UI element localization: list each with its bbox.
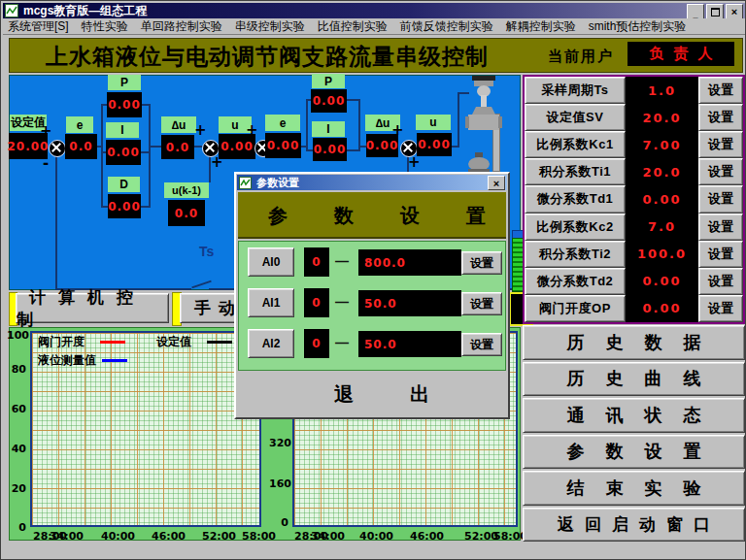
- e1-value: 0.0: [65, 134, 97, 159]
- u2-label: u: [416, 115, 451, 130]
- history-curve-button[interactable]: 历史曲线: [523, 362, 745, 397]
- d1-value: 0.00: [108, 194, 141, 218]
- y-tick: 0: [269, 516, 288, 529]
- set-button[interactable]: 设置: [698, 185, 743, 213]
- menu-cascade[interactable]: 串级控制实验: [235, 18, 305, 35]
- menu-decoupling[interactable]: 解耦控制实验: [506, 18, 576, 35]
- wire: [149, 104, 151, 208]
- menu-bar: 系统管理[S] 特性实验 单回路控制实验 串级控制实验 比值控制实验 前馈反馈控…: [3, 18, 745, 34]
- close-button[interactable]: ×: [726, 4, 743, 19]
- ai2-label-button[interactable]: AI2: [248, 329, 294, 358]
- menu-smith[interactable]: smith预估控制实验: [589, 18, 687, 35]
- window-title: mcgs教育版—组态工程: [23, 3, 147, 19]
- end-experiment-button[interactable]: 结束实验: [523, 471, 745, 506]
- param-value: 20.0: [626, 158, 698, 185]
- legend-line-red: [100, 341, 125, 344]
- param-value: 0.00: [626, 185, 698, 213]
- wire: [458, 92, 459, 148]
- param-value: 20.0: [626, 104, 698, 131]
- x-tick: 58:00: [242, 530, 276, 543]
- minus-sign: -: [43, 154, 49, 172]
- du1-value: 0.0: [161, 135, 194, 159]
- menu-ratio[interactable]: 比值控制实验: [318, 18, 388, 35]
- pump-graphic: [466, 152, 492, 172]
- param-label[interactable]: 阀门开度OP: [525, 295, 626, 322]
- dialog-close-button[interactable]: ×: [488, 176, 505, 190]
- param-label[interactable]: 比例系数Kc1: [525, 131, 626, 158]
- x-tick: 34:00: [50, 530, 84, 543]
- x-tick: 40:00: [359, 530, 393, 543]
- menu-characteristic[interactable]: 特性实验: [82, 18, 128, 35]
- restore-button[interactable]: [706, 4, 724, 19]
- wire: [101, 206, 108, 208]
- param-label[interactable]: 积分系数Ti2: [525, 241, 626, 268]
- set-button[interactable]: 设置: [698, 104, 743, 131]
- ts-sample-label: Ts: [199, 244, 214, 259]
- du1-label: ∆u: [161, 116, 196, 133]
- history-data-button[interactable]: 历史数据: [523, 325, 745, 360]
- uk1-value: 0.0: [168, 200, 205, 226]
- dialog-exit-button[interactable]: 退出: [334, 381, 486, 408]
- param-label[interactable]: 比例系数Kc2: [525, 214, 626, 241]
- wire: [306, 99, 308, 151]
- e2-label: e: [265, 115, 300, 131]
- range-dash: —: [335, 335, 349, 350]
- menu-system[interactable]: 系统管理[S]: [8, 18, 69, 35]
- wire: [306, 149, 313, 151]
- legend-level-measure: 液位测量值: [38, 352, 96, 369]
- wire: [358, 99, 360, 151]
- page-title: 上水箱液位与电动调节阀支路流量串级控制: [46, 42, 489, 72]
- y-tick: 20: [7, 482, 26, 495]
- return-start-window-button[interactable]: 返回启动窗口: [523, 508, 745, 543]
- computer-control-button[interactable]: 计算机控制: [16, 293, 169, 323]
- menu-feedforward[interactable]: 前馈反馈控制实验: [400, 18, 493, 35]
- x-tick: 40:00: [101, 530, 135, 543]
- param-label[interactable]: 微分系数Td1: [525, 185, 626, 213]
- param-label[interactable]: 积分系数Ti1: [525, 158, 626, 185]
- minimize-button[interactable]: _: [687, 4, 704, 19]
- ai0-set-button[interactable]: 设置: [461, 251, 502, 275]
- param-label[interactable]: 采样周期Ts: [525, 77, 626, 104]
- y-tick: 0: [7, 521, 26, 534]
- range-dash: —: [335, 253, 349, 269]
- y-tick: 80: [7, 363, 26, 376]
- set-button[interactable]: 设置: [698, 241, 743, 268]
- set-button[interactable]: 设置: [698, 77, 743, 104]
- current-user-label: 当前用户: [548, 48, 614, 66]
- set-button[interactable]: 设置: [698, 295, 743, 322]
- set-button[interactable]: 设置: [698, 268, 743, 295]
- p1-value: 0.00: [107, 92, 142, 117]
- ai1-set-button[interactable]: 设置: [461, 292, 502, 315]
- mcgs-logo-icon: [239, 177, 252, 189]
- x-tick: 34:00: [311, 530, 345, 543]
- p2-value: 0.00: [311, 89, 347, 113]
- menu-single-loop[interactable]: 单回路控制实验: [141, 18, 222, 35]
- plus-sign: +: [194, 121, 207, 139]
- mcgs-main-window: mcgs教育版—组态工程 _ × 系统管理[S] 特性实验 单回路控制实验 串级…: [0, 0, 746, 560]
- y-tick: 40: [7, 443, 26, 455]
- param-value: 7.00: [626, 131, 698, 158]
- comm-status-button[interactable]: 通讯状态: [523, 398, 745, 433]
- set-button[interactable]: 设置: [698, 214, 743, 241]
- ai1-label-button[interactable]: AI1: [248, 288, 294, 317]
- param-setting-button[interactable]: 参数设置: [523, 435, 745, 470]
- window-titlebar: mcgs教育版—组态工程 _ ×: [3, 3, 745, 18]
- param-label[interactable]: 微分系数Td2: [525, 268, 626, 295]
- i2-value: 0.00: [313, 138, 347, 161]
- param-value: 7.0: [626, 214, 698, 241]
- param-label[interactable]: 设定值SV: [525, 104, 626, 131]
- i1-label: I: [106, 122, 139, 138]
- set-button[interactable]: 设置: [698, 131, 743, 158]
- dialog-titlebar: 参数设置 ×: [237, 175, 507, 190]
- parameter-setting-dialog: 参数设置 × 参数设置 AI0 0 — 800.0 设置 AI1 0 — 50.…: [234, 172, 510, 419]
- restore-icon: [711, 8, 720, 16]
- param-value: 0.00: [626, 295, 698, 322]
- dialog-title: 参数设置: [256, 176, 299, 190]
- set-button[interactable]: 设置: [698, 158, 743, 185]
- plus-sign: +: [246, 121, 258, 139]
- range-dash: —: [335, 294, 349, 310]
- wire: [101, 104, 103, 208]
- ai0-label-button[interactable]: AI0: [248, 247, 294, 277]
- y-tick: 100: [7, 329, 26, 342]
- ai2-set-button[interactable]: 设置: [461, 333, 502, 356]
